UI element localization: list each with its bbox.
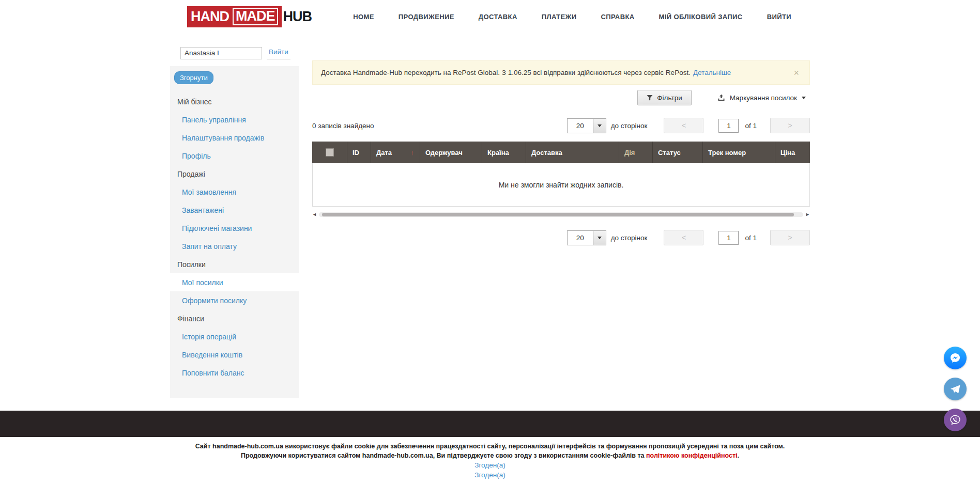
scrollbar-thumb[interactable] <box>322 213 794 216</box>
parcel-marking-label: Маркування посилок <box>730 94 797 102</box>
next-page-button[interactable]: > <box>770 230 810 245</box>
sidebar-item-uploaded[interactable]: Завантажені <box>170 201 299 219</box>
select-all-cell <box>312 142 347 163</box>
logo-red-box: HAND MADE <box>187 6 282 27</box>
filters-button-label: Фільтри <box>657 94 682 102</box>
next-page-button[interactable]: > <box>770 118 810 133</box>
caret-down-icon <box>802 97 806 99</box>
scrollbar-track[interactable] <box>319 212 803 217</box>
top-header: HAND MADE HUB HOME ПРОДВИЖЕНИЕ ДОСТАВКА … <box>0 0 980 33</box>
user-row: Вийти <box>170 46 299 59</box>
toolbar: Фільтри Маркування посилок <box>312 90 810 105</box>
column-header-recipient[interactable]: Одержувач <box>420 142 482 163</box>
table-header: ID Дата ↑ Одержувач Країна Доставка Дія … <box>312 142 810 163</box>
sidebar-item-profile[interactable]: Профіль <box>170 147 299 165</box>
column-header-action[interactable]: Дія <box>619 142 653 163</box>
page-number-input[interactable] <box>718 119 739 133</box>
column-header-status[interactable]: Статус <box>653 142 703 163</box>
select-all-checkbox[interactable] <box>326 148 334 157</box>
pagination-top: 20 до сторінок < of 1 > <box>567 118 810 133</box>
cookie-notice: Сайт handmade-hub.com.ua використовує фа… <box>0 442 980 460</box>
sidebar-logout-link[interactable]: Вийти <box>267 46 290 59</box>
app-logo[interactable]: HAND MADE HUB <box>187 6 312 27</box>
nav-item-delivery[interactable]: ДОСТАВКА <box>479 13 517 21</box>
privacy-policy-link[interactable]: політикою конфіденційності <box>646 452 738 459</box>
sidebar: Вийти Згорнути Мій бізнес Панель управлі… <box>170 33 299 398</box>
filters-button[interactable]: Фільтри <box>637 90 691 105</box>
per-page-label: до сторінок <box>611 122 648 130</box>
sidebar-item-sales-settings[interactable]: Налаштування продажів <box>170 129 299 147</box>
prev-page-button[interactable]: < <box>664 230 703 245</box>
upload-icon <box>717 94 725 101</box>
banner-details-link[interactable]: Детальніше <box>693 69 731 76</box>
page: HAND MADE HUB HOME ПРОДВИЖЕНИЕ ДОСТАВКА … <box>0 0 980 484</box>
agree-links: Згоден(а) Згоден(а) <box>0 460 980 480</box>
pagination-bottom: 20 до сторінок < of 1 > <box>567 230 810 245</box>
pagination-bottom-row: 20 до сторінок < of 1 > <box>312 230 810 245</box>
username-input[interactable] <box>180 47 262 59</box>
page-size-select[interactable]: 20 <box>567 230 606 245</box>
logo-part-hub: HUB <box>283 9 312 25</box>
close-icon[interactable]: × <box>791 68 801 77</box>
cookie-notice-line2: Продовжуючи користуватися сайтом handmad… <box>0 451 980 460</box>
scroll-left-icon[interactable]: ◄ <box>312 212 317 217</box>
sidebar-section-my-business: Мій бізнес <box>170 92 299 111</box>
page-size-select[interactable]: 20 <box>567 118 606 133</box>
telegram-icon[interactable] <box>944 378 967 400</box>
prev-page-button[interactable]: < <box>664 118 703 133</box>
page-of-label: of 1 <box>745 234 757 242</box>
sidebar-item-payment-request[interactable]: Запит на оплату <box>170 237 299 255</box>
footer-bar <box>0 411 980 437</box>
messenger-icon[interactable] <box>944 347 967 369</box>
nav-item-my-account[interactable]: МІЙ ОБЛІКОВИЙ ЗАПИС <box>659 13 743 21</box>
social-buttons <box>944 347 967 431</box>
sidebar-menu: Згорнути Мій бізнес Панель управління На… <box>170 66 299 398</box>
notification-banner: Доставка Handmade-Hub переходить на RePo… <box>312 60 810 85</box>
content-area: Вийти Згорнути Мій бізнес Панель управлі… <box>170 33 810 411</box>
results-row: 0 записів знайдено 20 до сторінок < of 1… <box>312 118 810 133</box>
parcel-marking-dropdown[interactable]: Маркування посилок <box>717 94 806 102</box>
nav-item-help[interactable]: СПРАВКА <box>601 13 634 21</box>
sidebar-item-top-up-balance[interactable]: Поповнити баланс <box>170 364 299 382</box>
empty-state-message: Ми не змогли знайти жодних записів. <box>312 163 810 207</box>
main-nav: HOME ПРОДВИЖЕНИЕ ДОСТАВКА ПЛАТЕЖИ СПРАВК… <box>353 13 791 21</box>
nav-item-promotion[interactable]: ПРОДВИЖЕНИЕ <box>399 13 454 21</box>
sidebar-item-operations-history[interactable]: Історія операцій <box>170 327 299 346</box>
scroll-right-icon[interactable]: ► <box>805 212 810 217</box>
nav-item-logout[interactable]: ВИЙТИ <box>767 13 791 21</box>
page-size-value: 20 <box>568 119 593 133</box>
funnel-icon <box>647 95 653 101</box>
collapse-button[interactable]: Згорнути <box>174 71 213 84</box>
caret-down-icon <box>593 119 606 133</box>
banner-text: Доставка Handmade-Hub переходить на RePo… <box>321 69 691 76</box>
sidebar-section-parcels: Посилки <box>170 255 299 273</box>
column-header-price[interactable]: Ціна <box>775 142 810 163</box>
nav-item-home[interactable]: HOME <box>353 13 374 21</box>
sidebar-item-connected-shops[interactable]: Підключені магазини <box>170 219 299 237</box>
agree-link-1[interactable]: Згоден(а) <box>474 461 505 469</box>
records-count: 0 записів знайдено <box>312 122 374 130</box>
sidebar-section-finance: Фінанси <box>170 309 299 327</box>
main-panel: Доставка Handmade-Hub переходить на RePo… <box>312 33 810 245</box>
sidebar-item-withdraw-funds[interactable]: Виведення коштів <box>170 346 299 364</box>
page-size-value: 20 <box>568 231 593 245</box>
sort-asc-icon: ↑ <box>411 149 420 157</box>
sidebar-item-my-parcels[interactable]: Мої посилки <box>170 273 299 291</box>
agree-link-2[interactable]: Згоден(а) <box>474 471 505 479</box>
column-header-track-number[interactable]: Трек номер <box>703 142 775 163</box>
sidebar-item-dashboard[interactable]: Панель управління <box>170 111 299 129</box>
page-of-label: of 1 <box>745 122 757 130</box>
caret-down-icon <box>593 231 606 245</box>
column-header-id[interactable]: ID <box>347 142 371 163</box>
sidebar-item-create-parcel[interactable]: Оформити посилку <box>170 291 299 309</box>
column-header-date[interactable]: Дата ↑ <box>371 142 420 163</box>
page-number-input[interactable] <box>718 231 739 245</box>
column-header-country[interactable]: Країна <box>482 142 526 163</box>
sidebar-item-my-orders[interactable]: Мої замовлення <box>170 183 299 201</box>
logo-part-hand: HAND <box>191 9 229 25</box>
column-header-delivery[interactable]: Доставка <box>526 142 619 163</box>
cookie-notice-line1: Сайт handmade-hub.com.ua використовує фа… <box>0 442 980 451</box>
viber-icon[interactable] <box>944 409 967 431</box>
horizontal-scrollbar: ◄ ► <box>312 211 810 218</box>
nav-item-payments[interactable]: ПЛАТЕЖИ <box>542 13 577 21</box>
